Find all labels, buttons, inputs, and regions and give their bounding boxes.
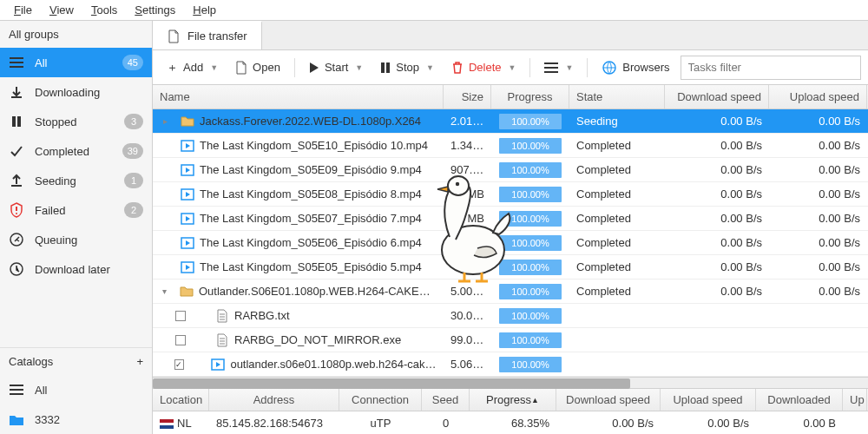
- table-row[interactable]: The Last Kingdom_S05E10_Episódio 10.mp41…: [153, 134, 868, 158]
- table-row[interactable]: ▸Jackass.Forever.2022.WEB-DL.1080p.X2642…: [153, 109, 868, 134]
- file-state: Completed: [569, 139, 665, 152]
- menu-view[interactable]: View: [43, 2, 81, 18]
- peer-row[interactable]: NL 85.145.82.168:54673 uTP 0 68.35% 0.00…: [153, 411, 868, 434]
- sidebar-item-queuing[interactable]: Queuing: [0, 225, 152, 254]
- file-name: Jackass.Forever.2022.WEB-DL.1080p.X264: [200, 115, 421, 128]
- table-row[interactable]: The Last Kingdom_S05E05_Episódio 5.mp410…: [153, 255, 868, 279]
- stop-button[interactable]: Stop▼: [373, 56, 441, 78]
- pcol-connection[interactable]: Connection: [339, 389, 422, 411]
- col-dl-speed[interactable]: Download speed: [665, 85, 769, 108]
- pcol-progress[interactable]: Progress ▲: [470, 389, 556, 411]
- progress-bar: 100.00%: [499, 187, 562, 202]
- col-ul-speed[interactable]: Upload speed: [769, 85, 867, 108]
- ul-speed: 0.00 B/s: [769, 212, 867, 225]
- chevron-down-icon: ▼: [426, 63, 434, 72]
- file-state: Completed: [569, 236, 665, 249]
- tasks-filter-input[interactable]: [681, 56, 861, 80]
- catalog-item[interactable]: All: [0, 375, 152, 404]
- chevron-down-icon: ▼: [565, 63, 573, 72]
- peer-progress: 68.35%: [470, 417, 556, 430]
- dl-speed: 0.00 B/s: [665, 236, 769, 249]
- expand-icon[interactable]: ▸: [160, 116, 170, 126]
- sidebar-item-all[interactable]: All45: [0, 48, 152, 77]
- peer-connection: uTP: [339, 417, 422, 430]
- table-row[interactable]: ✓outlander.s06e01.1080p.web.h264-cakes.m…: [153, 352, 868, 377]
- progress-bar: 100.00%: [499, 332, 562, 348]
- pcol-downloaded[interactable]: Downloaded: [756, 389, 843, 411]
- document-icon: [235, 61, 247, 75]
- h-scrollbar[interactable]: [153, 377, 868, 389]
- video-icon: [181, 236, 194, 250]
- file-size: 66 MB: [444, 212, 491, 225]
- sidebar-item-completed[interactable]: Completed39: [0, 136, 152, 166]
- file-name: RARBG_DO_NOT_MIRROR.exe: [234, 333, 401, 346]
- col-state[interactable]: State: [569, 85, 665, 108]
- menu-button[interactable]: ▼: [537, 58, 580, 77]
- menu-file[interactable]: FFileile: [7, 2, 39, 18]
- table-row[interactable]: The Last Kingdom_S05E07_Episódio 7.mp466…: [153, 207, 868, 231]
- svg-rect-7: [386, 62, 390, 73]
- expand-icon[interactable]: ▾: [160, 286, 169, 296]
- ul-speed: 0.00 B/s: [769, 187, 867, 201]
- pcol-uploaded[interactable]: Up: [843, 389, 867, 411]
- col-name[interactable]: Name: [153, 85, 444, 108]
- ul-speed: 0.00 B/s: [769, 115, 867, 128]
- file-size: 2.01 GB: [444, 115, 491, 128]
- start-button[interactable]: Start▼: [302, 56, 370, 78]
- pcol-location[interactable]: Location: [153, 389, 209, 411]
- open-button[interactable]: Open: [228, 56, 287, 79]
- dl-speed: 0.00 B/s: [665, 139, 769, 152]
- add-catalog-icon[interactable]: +: [136, 355, 143, 368]
- checkbox[interactable]: ✓: [174, 359, 184, 370]
- folder-icon: [181, 115, 194, 128]
- toolbar: ＋Add▼ Open Start▼ Stop▼ Delete▼ ▼ Browse…: [153, 50, 868, 85]
- video-icon: [181, 163, 194, 177]
- pcol-address[interactable]: Address: [209, 389, 339, 411]
- checkbox[interactable]: [175, 311, 186, 321]
- table-row[interactable]: The Last Kingdom_S05E08_Episódio 8.mp419…: [153, 182, 868, 207]
- svg-rect-1: [17, 116, 21, 127]
- file-name: The Last Kingdom_S05E10_Episódio 10.mp4: [200, 139, 428, 152]
- chevron-down-icon: ▼: [355, 63, 363, 72]
- sidebar-item-failed[interactable]: Failed2: [0, 195, 152, 225]
- sidebar-icon: [9, 202, 24, 218]
- file-size: 5.06 GB: [444, 358, 491, 371]
- menu-tools[interactable]: Tools: [84, 2, 124, 18]
- table-row[interactable]: ▾Outlander.S06E01.1080p.WEB.H264-CAKES[r…: [153, 279, 868, 304]
- sidebar-icon: [9, 143, 24, 159]
- pcol-dl-speed[interactable]: Download speed: [556, 389, 661, 411]
- progress-bar: 100.00%: [499, 308, 562, 324]
- table-row[interactable]: RARBG.txt30.00 B100.00%: [153, 304, 868, 328]
- delete-button[interactable]: Delete▼: [444, 56, 523, 79]
- tab-file-transfer[interactable]: File transfer: [153, 21, 262, 49]
- col-size[interactable]: Size: [444, 85, 491, 108]
- scroll-thumb[interactable]: [153, 378, 630, 389]
- sidebar-item-seeding[interactable]: Seeding1: [0, 166, 152, 195]
- peer-downloaded: 0.00 B: [756, 417, 843, 430]
- count-badge: 1: [124, 173, 143, 188]
- pcol-ul-speed[interactable]: Upload speed: [661, 389, 756, 411]
- video-icon: [181, 212, 194, 226]
- progress-bar: 100.00%: [499, 284, 562, 299]
- checkbox[interactable]: [175, 335, 186, 345]
- table-row[interactable]: The Last Kingdom_S05E06_Episódio 6.mp410…: [153, 231, 868, 255]
- table-row[interactable]: RARBG_DO_NOT_MIRROR.exe99.00 B100.00%: [153, 328, 868, 352]
- add-button[interactable]: ＋Add▼: [160, 56, 225, 80]
- browsers-button[interactable]: Browsers: [595, 56, 676, 80]
- pcol-seed[interactable]: Seed: [422, 389, 470, 411]
- dl-speed: 0.00 B/s: [665, 285, 769, 298]
- trash-icon: [451, 61, 464, 75]
- col-progress[interactable]: Progress: [491, 85, 569, 108]
- sidebar-item-downloading[interactable]: Downloading: [0, 77, 152, 107]
- menu-help[interactable]: Help: [186, 2, 223, 18]
- sidebar-icon: [9, 261, 24, 277]
- catalog-item[interactable]: 3332: [0, 404, 152, 434]
- sidebar-item-stopped[interactable]: Stopped3: [0, 107, 152, 136]
- catalog-icon: [9, 411, 24, 427]
- svg-rect-0: [12, 116, 16, 127]
- menu-settings[interactable]: Settings: [128, 2, 182, 18]
- sidebar-item-download-later[interactable]: Download later: [0, 254, 152, 284]
- table-row[interactable]: The Last Kingdom_S05E09_Episódio 9.mp490…: [153, 158, 868, 182]
- sidebar-label: Downloading: [35, 86, 143, 99]
- play-icon: [309, 62, 319, 74]
